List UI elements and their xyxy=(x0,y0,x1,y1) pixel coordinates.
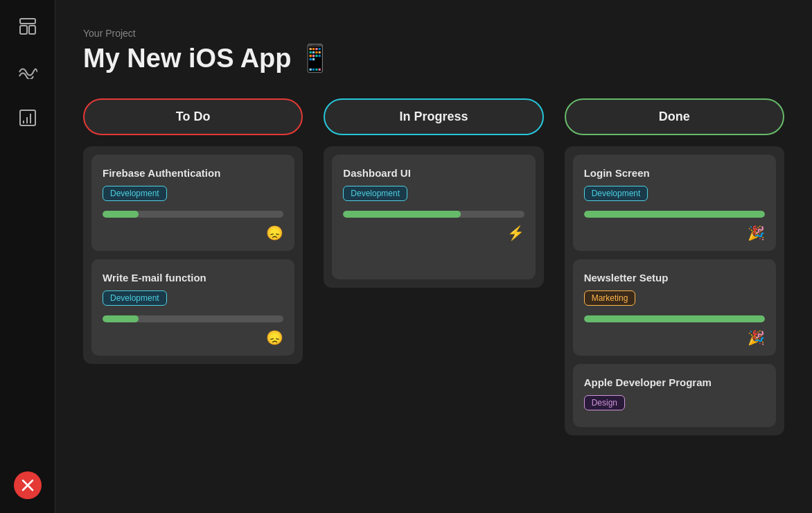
progress-bar-fill xyxy=(103,315,139,322)
card-login-screen[interactable]: Login Screen Development 🎉 xyxy=(573,155,776,251)
card-email-function[interactable]: Write E-mail function Development 😞 xyxy=(91,259,294,356)
card-title: Login Screen xyxy=(584,167,765,179)
column-header-inprogress[interactable]: In Progress xyxy=(324,98,543,135)
card-newsletter-setup[interactable]: Newsletter Setup Marketing 🎉 xyxy=(573,259,776,356)
project-label: Your Project xyxy=(83,28,784,39)
svg-rect-1 xyxy=(20,26,27,34)
cards-container-inprogress: Dashboard UI Development ⚡ xyxy=(324,146,543,288)
card-emoji: ⚡ xyxy=(343,225,524,241)
sidebar xyxy=(0,0,55,513)
progress-bar-container xyxy=(103,315,283,322)
card-title: Apple Developer Program xyxy=(584,376,765,388)
svg-rect-0 xyxy=(20,19,35,24)
project-title-text: My New iOS App xyxy=(83,44,292,73)
progress-bar-fill xyxy=(103,211,139,218)
column-todo: To Do Firebase Authentication Developmen… xyxy=(83,98,303,364)
progress-bar-fill xyxy=(584,211,765,218)
progress-bar-container xyxy=(103,211,283,218)
cards-container-todo: Firebase Authentication Development 😞 Wr… xyxy=(83,146,303,364)
project-emoji: 📱 xyxy=(299,43,331,73)
svg-rect-2 xyxy=(29,26,35,34)
card-title: Newsletter Setup xyxy=(584,272,765,284)
card-emoji: 🎉 xyxy=(584,225,765,241)
card-emoji: 😞 xyxy=(103,329,283,346)
chart-icon[interactable] xyxy=(15,105,40,130)
progress-bar-fill xyxy=(584,315,765,322)
progress-bar-container xyxy=(584,211,765,218)
card-title: Firebase Authentication xyxy=(103,167,283,179)
card-apple-developer[interactable]: Apple Developer Program Design xyxy=(573,364,776,427)
column-inprogress: In Progress Dashboard UI Development ⚡ xyxy=(324,98,543,288)
card-tag: Design xyxy=(584,395,625,410)
card-title: Write E-mail function xyxy=(103,272,283,284)
progress-bar-fill xyxy=(343,211,461,218)
card-tag: Marketing xyxy=(584,290,636,306)
column-header-done[interactable]: Done xyxy=(565,98,784,135)
main-content: Your Project My New iOS App 📱 To Do Fire… xyxy=(55,0,812,513)
kanban-board: To Do Firebase Authentication Developmen… xyxy=(83,98,784,435)
action-icon[interactable] xyxy=(14,471,42,499)
progress-bar-container xyxy=(584,315,765,322)
progress-bar-container xyxy=(343,211,524,218)
column-done: Done Login Screen Development 🎉 Newslett… xyxy=(565,98,784,435)
card-tag: Development xyxy=(343,186,407,201)
card-emoji: 🎉 xyxy=(584,329,765,346)
column-header-todo[interactable]: To Do xyxy=(83,98,303,135)
card-tag: Development xyxy=(103,290,167,306)
layout-icon[interactable] xyxy=(15,14,40,39)
cards-container-done: Login Screen Development 🎉 Newsletter Se… xyxy=(565,146,784,435)
card-dashboard-ui[interactable]: Dashboard UI Development ⚡ xyxy=(332,155,535,279)
card-firebase-auth[interactable]: Firebase Authentication Development 😞 xyxy=(91,155,294,251)
card-emoji: 😞 xyxy=(103,225,283,241)
card-title: Dashboard UI xyxy=(343,167,524,179)
project-title: My New iOS App 📱 xyxy=(83,43,784,73)
card-tag: Development xyxy=(103,186,167,201)
waves-icon[interactable] xyxy=(15,60,40,85)
card-tag: Development xyxy=(584,186,648,201)
